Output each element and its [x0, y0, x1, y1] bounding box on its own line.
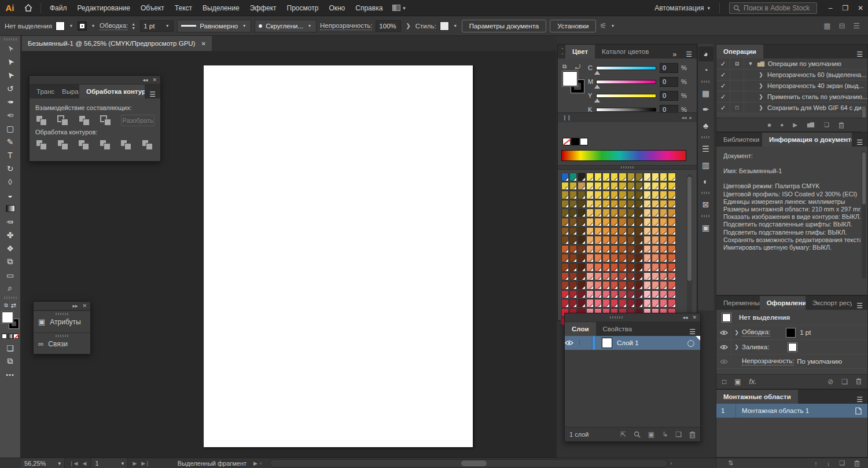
- swatch-12-11[interactable]: [652, 281, 659, 290]
- graphic-styles-panel-icon[interactable]: ⊠: [698, 197, 713, 212]
- swatch-8-2[interactable]: [578, 245, 585, 254]
- document-tab[interactable]: Безымянный-1 @ 56,25% (CMYK/Предпросмотр…: [22, 36, 212, 51]
- slider-thumb[interactable]: [594, 71, 600, 75]
- swatch-7-4[interactable]: [594, 236, 602, 244]
- swatch-5-12[interactable]: [660, 218, 667, 226]
- swatch-2-0[interactable]: [561, 191, 569, 199]
- swatch-6-4[interactable]: [594, 227, 602, 236]
- swatch-11-9[interactable]: [635, 272, 643, 281]
- opacity-field[interactable]: 100%: [376, 20, 401, 32]
- chevron-right-icon[interactable]: ❯: [731, 330, 742, 335]
- gradient-mode-button[interactable]: [8, 334, 13, 339]
- swatch-12-12[interactable]: [660, 281, 667, 290]
- toolbar-drag-handle[interactable]: [4, 38, 17, 41]
- layer-thumbnail[interactable]: [602, 338, 612, 348]
- tool-group-selection[interactable]: ➤: [2, 68, 19, 82]
- tab-artboards[interactable]: Монтажные области: [716, 390, 798, 404]
- pathfinder-trim[interactable]: [57, 139, 71, 151]
- swatch-10-6[interactable]: [610, 263, 618, 272]
- none-swatch[interactable]: [562, 138, 571, 145]
- restore-button[interactable]: ❐: [838, 0, 853, 16]
- swatch-0-11[interactable]: [652, 173, 659, 181]
- swatch-3-2[interactable]: [578, 200, 585, 209]
- swatch-2-13[interactable]: [668, 191, 675, 199]
- swatch-7-5[interactable]: [602, 236, 610, 244]
- swatch-9-13[interactable]: [668, 254, 675, 262]
- last-artboard-icon[interactable]: ▶❘: [141, 460, 149, 466]
- stop-icon[interactable]: ■: [767, 122, 771, 128]
- fill-row[interactable]: ❯ Заливка:: [716, 340, 867, 354]
- prev-artboard-icon[interactable]: ◀: [82, 460, 86, 466]
- swatch-12-7[interactable]: [619, 281, 626, 290]
- new-stroke-icon[interactable]: □: [722, 378, 726, 386]
- slider-track-m[interactable]: [596, 80, 656, 84]
- swatch-9-4[interactable]: [594, 254, 602, 262]
- swatch-7-12[interactable]: [660, 236, 667, 244]
- artboard-page-icon[interactable]: [855, 407, 862, 415]
- swatch-1-4[interactable]: [594, 182, 602, 191]
- swatch-2-10[interactable]: [643, 191, 651, 199]
- tool-paintbrush[interactable]: ✎: [2, 135, 19, 148]
- swatch-14-5[interactable]: [602, 299, 610, 308]
- tool-shape-builder[interactable]: ⧉: [2, 255, 19, 268]
- opacity-link[interactable]: Непрозрачность:: [742, 357, 794, 365]
- swatch-7-6[interactable]: [610, 236, 618, 244]
- menu-1[interactable]: Редактирование: [72, 0, 135, 16]
- swatch-8-1[interactable]: [569, 245, 577, 254]
- none-mode-button[interactable]: [13, 334, 19, 339]
- tool-eraser[interactable]: ◊: [2, 175, 19, 188]
- pathfinder-divide[interactable]: [35, 139, 49, 151]
- swatch-6-9[interactable]: [635, 227, 643, 236]
- swatch-2-11[interactable]: [652, 191, 659, 199]
- footer-arrows-icon[interactable]: ◂◂ ▸: [681, 115, 692, 120]
- swatch-8-6[interactable]: [610, 245, 618, 254]
- workspace-switcher[interactable]: ▾: [392, 5, 406, 11]
- swatch-7-10[interactable]: [643, 236, 651, 244]
- tool-rotate[interactable]: ↻: [2, 162, 19, 175]
- close-icon[interactable]: ✕: [82, 303, 87, 309]
- swatch-4-10[interactable]: [643, 209, 651, 217]
- chevron-right-icon[interactable]: ❯: [731, 344, 742, 350]
- slider-thumb[interactable]: [594, 85, 600, 89]
- swatch-11-6[interactable]: [610, 272, 618, 281]
- swatch-0-12[interactable]: [660, 173, 667, 181]
- scroll-right-icon[interactable]: ›: [668, 460, 674, 466]
- visibility-eye-icon[interactable]: [716, 326, 731, 339]
- record-icon[interactable]: ●: [780, 122, 784, 128]
- more-tools-button[interactable]: •••: [2, 368, 19, 381]
- stroke-weight-field[interactable]: 1 pt▾: [140, 20, 174, 32]
- toggle-check-icon[interactable]: ✓: [716, 58, 730, 69]
- swatch-1-3[interactable]: [586, 182, 594, 191]
- visibility-eye-icon[interactable]: [716, 340, 731, 354]
- swatch-6-2[interactable]: [578, 227, 585, 236]
- menu-5[interactable]: Эффект: [245, 0, 282, 16]
- swatch-3-0[interactable]: [561, 200, 569, 209]
- chevron-right-icon[interactable]: ❯: [755, 105, 767, 111]
- swatch-9-7[interactable]: [619, 254, 626, 262]
- make-mask-icon[interactable]: ▣: [648, 430, 654, 438]
- document-setup-button[interactable]: Параметры документа: [462, 20, 547, 32]
- target-circle-icon[interactable]: ◯: [687, 339, 694, 347]
- minimize-button[interactable]: –: [823, 0, 838, 16]
- swatch-4-0[interactable]: [561, 209, 569, 217]
- swatch-4-5[interactable]: [602, 209, 610, 217]
- swatch-7-0[interactable]: [561, 236, 569, 244]
- swatch-5-10[interactable]: [643, 218, 651, 226]
- swatch-14-1[interactable]: [569, 299, 577, 308]
- stroke-stepper[interactable]: ▲▼: [131, 22, 135, 30]
- swatch-7-1[interactable]: [569, 236, 577, 244]
- swatch-5-6[interactable]: [610, 218, 618, 226]
- home-icon[interactable]: [20, 4, 37, 12]
- swatch-0-4[interactable]: [594, 173, 602, 181]
- stroke-weight-label[interactable]: Обводка:: [100, 22, 128, 30]
- chevron-down-icon[interactable]: ▾: [610, 23, 616, 28]
- delete-artboard-icon[interactable]: [854, 460, 860, 467]
- artboard-name[interactable]: Монтажная область 1: [736, 407, 809, 414]
- swatch-7-11[interactable]: [652, 236, 659, 244]
- layer-name[interactable]: Слой 1: [617, 339, 639, 346]
- action-row-0[interactable]: ✓❯Непрозрачность 60 (выделенна...: [716, 70, 867, 81]
- action-set-row[interactable]: ✓⊟▼Операции по умолчанию: [716, 58, 867, 70]
- swatch-11-7[interactable]: [619, 272, 626, 281]
- fill-link[interactable]: Заливка:: [742, 343, 769, 350]
- swatch-1-13[interactable]: [668, 182, 675, 191]
